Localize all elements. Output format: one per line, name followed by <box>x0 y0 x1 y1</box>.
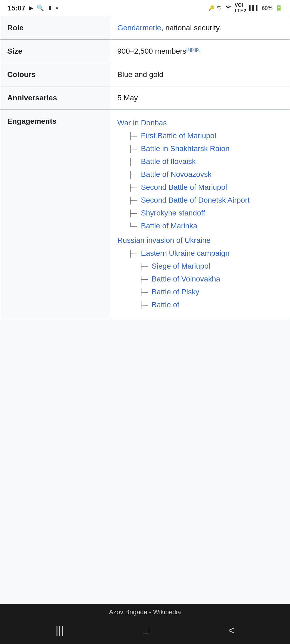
table-row-size: Size 900–2,500 members[1][2][3] <box>0 40 290 63</box>
list-item: Battle of Novoazovsk <box>117 169 283 180</box>
first-battle-mariupol-link[interactable]: First Battle of Mariupol <box>141 131 216 140</box>
list-item: Battle of Pisky <box>117 286 283 298</box>
battle-ilovaisk-link[interactable]: Battle of Ilovaisk <box>141 157 196 166</box>
list-item: Battle of <box>117 299 283 310</box>
label-colours: Colours <box>0 63 110 86</box>
table-row-colours: Colours Blue and gold <box>0 63 290 86</box>
wifi-icon <box>224 5 232 12</box>
list-item: War in Donbas <box>117 117 283 129</box>
battle-of-link[interactable]: Battle of <box>152 301 179 309</box>
shield-icon: 🛡 <box>217 5 222 11</box>
second-battle-donetsk-link[interactable]: Second Battle of Donetsk Airport <box>141 196 250 204</box>
shyrokyne-standoff-link[interactable]: Shyrokyne standoff <box>141 209 205 217</box>
second-battle-mariupol-link[interactable]: Second Battle of Mariupol <box>141 183 227 191</box>
value-role: Gendarmerie, national security. <box>110 16 290 40</box>
list-item: Russian invasion of Ukraine <box>117 235 283 246</box>
ref-3[interactable]: [3] <box>196 47 201 52</box>
list-item: Second Battle of Donetsk Airport <box>117 195 283 206</box>
list-item: First Battle of Mariupol <box>117 130 283 141</box>
value-size: 900–2,500 members[1][2][3] <box>110 40 290 63</box>
status-left: 15:07 ▶ 🔍 ⏸ • <box>8 4 58 12</box>
battle-marinka-link[interactable]: Battle of Marinka <box>141 222 197 230</box>
key-icon: 🔑 <box>208 5 214 11</box>
label-engagements: Engagements <box>0 110 110 318</box>
table-row-anniversaries: Anniversaries 5 May <box>0 86 290 110</box>
battery-icon: 🔋 <box>275 5 282 12</box>
battle-shakhtarsk-link[interactable]: Battle in Shakhtarsk Raion <box>141 144 230 153</box>
war-in-donbas-link[interactable]: War in Donbas <box>117 119 167 127</box>
list-item: Siege of Mariupol <box>117 261 283 272</box>
battle-novoazovsk-link[interactable]: Battle of Novoazovsk <box>141 170 212 178</box>
status-right: 🔑 🛡 VOlLTE2 ▌▌▌ 60% 🔋 <box>208 2 282 14</box>
gendarmerie-link[interactable]: Gendarmerie <box>117 24 161 32</box>
content-wrapper: 15:07 ▶ 🔍 ⏸ • 🔑 🛡 VOlLTE2 ▌▌▌ 60% 🔋 <box>0 0 290 356</box>
battery-level: 60% <box>262 5 273 11</box>
dot-icon: • <box>56 5 58 12</box>
status-time: 15:07 <box>8 4 26 12</box>
list-item: Eastern Ukraine campaign <box>117 248 283 259</box>
label-anniversaries: Anniversaries <box>0 86 110 110</box>
table-row-role: Role Gendarmerie, national security. <box>0 16 290 40</box>
eastern-ukraine-campaign-link[interactable]: Eastern Ukraine campaign <box>141 249 230 257</box>
youtube-icon: ▶ <box>29 5 33 12</box>
ref-1[interactable]: [1] <box>186 47 191 52</box>
lte-indicator: VOlLTE2 <box>235 2 246 14</box>
siege-mariupol-link[interactable]: Siege of Mariupol <box>152 262 210 270</box>
value-colours: Blue and gold <box>110 63 290 86</box>
table-row-engagements: Engagements War in Donbas First Battle o… <box>0 110 290 318</box>
engagement-list: War in Donbas First Battle of Mariupol B… <box>117 117 283 310</box>
label-size: Size <box>0 40 110 63</box>
ref-2[interactable]: [2] <box>191 47 196 52</box>
list-item: Battle of Volnovakha <box>117 273 283 285</box>
signal-icon: ▌▌▌ <box>249 5 259 11</box>
value-anniversaries: 5 May <box>110 86 290 110</box>
list-item: Second Battle of Mariupol <box>117 182 283 193</box>
search-icon: 🔍 <box>37 5 44 12</box>
list-item: Shyrokyne standoff <box>117 207 283 219</box>
infobox-table: Role Gendarmerie, national security. Siz… <box>0 16 290 318</box>
list-item: Battle in Shakhtarsk Raion <box>117 143 283 154</box>
status-bar: 15:07 ▶ 🔍 ⏸ • 🔑 🛡 VOlLTE2 ▌▌▌ 60% 🔋 <box>0 0 290 16</box>
pause-icon: ⏸ <box>47 5 53 12</box>
battle-volnovakha-link[interactable]: Battle of Volnovakha <box>152 275 220 283</box>
list-item: Battle of Ilovaisk <box>117 156 283 167</box>
russian-invasion-link[interactable]: Russian invasion of Ukraine <box>117 236 211 244</box>
battle-pisky-link[interactable]: Battle of Pisky <box>152 288 199 296</box>
label-role: Role <box>0 16 110 40</box>
list-item: Battle of Marinka <box>117 220 283 232</box>
value-engagements: War in Donbas First Battle of Mariupol B… <box>110 110 290 318</box>
